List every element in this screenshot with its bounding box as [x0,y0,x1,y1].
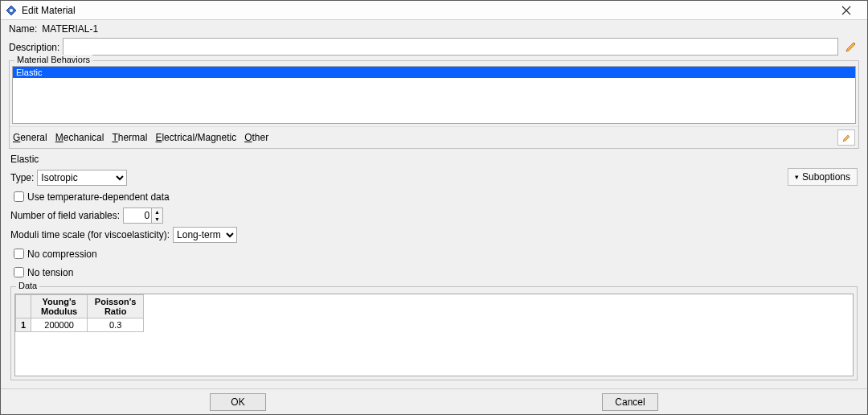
svg-point-1 [10,9,13,12]
description-input[interactable] [63,38,838,55]
table-row[interactable]: 1 200000 0.3 [16,318,144,332]
behavior-menus: General Mechanical Thermal Electrical/Ma… [10,126,858,148]
cancel-button[interactable]: Cancel [602,393,658,411]
window-title: Edit Material [22,5,76,16]
no-tension-label: No tension [27,267,73,278]
menu-thermal[interactable]: Thermal [112,132,147,143]
material-behaviors-group: Material Behaviors Elastic General Mecha… [9,60,859,149]
app-icon [6,5,17,16]
elastic-section-title: Elastic [10,154,858,165]
no-compression-label: No compression [27,249,97,260]
type-label: Type: [10,172,34,183]
temp-dependent-label: Use temperature-dependent data [27,191,170,203]
spinner-up-icon[interactable]: ▲ [152,208,162,216]
no-compression-checkbox[interactable] [14,249,24,259]
data-legend: Data [16,281,39,290]
spinner-down-icon[interactable]: ▼ [152,216,162,223]
data-table[interactable]: Young'sModulus Poisson'sRatio 1 200000 0… [15,294,144,332]
name-label: Name: [9,23,37,35]
temp-dependent-checkbox[interactable] [14,191,24,202]
col-youngs-modulus: Young'sModulus [31,295,88,318]
ok-button[interactable]: OK [210,393,266,411]
row-header-blank [16,295,31,318]
menu-other[interactable]: Other [244,132,268,143]
field-variables-label: Number of field variables: [10,210,120,221]
cell-youngs[interactable]: 200000 [31,318,88,332]
data-table-wrap: Young'sModulus Poisson'sRatio 1 200000 0… [14,294,854,376]
dialog-button-bar: OK Cancel [1,388,867,414]
col-poissons-ratio: Poisson'sRatio [88,295,144,318]
behaviors-list[interactable]: Elastic [12,66,856,124]
behavior-item-elastic[interactable]: Elastic [13,67,855,78]
menu-electrical-magnetic[interactable]: Electrical/Magnetic [155,132,236,143]
data-group: Data Young'sModulus Poisson'sRatio 1 200… [10,286,858,380]
titlebar: Edit Material [1,1,867,20]
material-behaviors-legend: Material Behaviors [14,55,92,64]
menu-mechanical[interactable]: Mechanical [55,132,104,143]
material-name-value: MATERIAL-1 [42,23,98,35]
moduli-time-scale-select[interactable]: Long-term [173,227,237,243]
no-tension-checkbox[interactable] [14,267,24,277]
cell-poisson[interactable]: 0.3 [88,318,144,332]
field-variables-input[interactable] [124,208,151,223]
suboptions-button[interactable]: ▾ Suboptions [788,168,858,186]
chevron-down-icon: ▾ [795,173,799,181]
type-select[interactable]: Isotropic [37,170,127,186]
edit-material-dialog: Edit Material Name: MATERIAL-1 Descripti… [0,0,868,415]
row-number: 1 [16,318,31,332]
delete-behavior-button[interactable] [837,129,855,146]
moduli-time-scale-label: Moduli time scale (for viscoelasticity): [10,229,170,240]
field-variables-spinner[interactable]: ▲ ▼ [123,208,163,224]
description-label: Description: [9,40,59,53]
edit-description-button[interactable] [843,39,859,55]
menu-general[interactable]: General [13,132,47,143]
close-button[interactable] [830,2,862,19]
